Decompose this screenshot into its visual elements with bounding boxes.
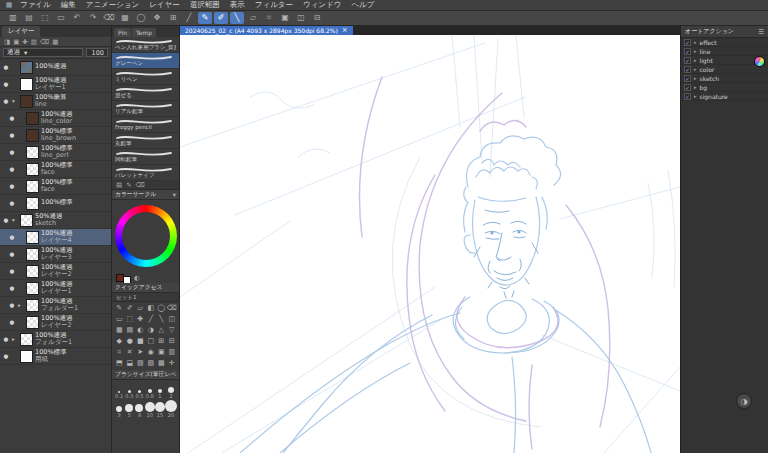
checkbox-checked-icon[interactable]: ✓ xyxy=(684,57,691,64)
tab-layers[interactable]: レイヤー xyxy=(2,26,40,37)
quick-access-set[interactable]: セット1 xyxy=(112,293,179,302)
quick-access-tool-icon[interactable]: ◧ xyxy=(146,303,157,314)
eye-icon[interactable]: ● xyxy=(8,319,16,325)
layer-thumbnail[interactable] xyxy=(26,282,39,295)
layer-row[interactable]: ● 100%標準 face xyxy=(0,178,111,195)
brush-size-item[interactable]: 20 xyxy=(165,400,177,419)
toolbar-icon[interactable]: ⌗ xyxy=(262,12,276,24)
brush-item[interactable]: ペン入れ兼用ブラシ_質感鉛筆 xyxy=(112,37,179,53)
layer-thumbnail[interactable] xyxy=(20,333,33,346)
layer-thumbnail[interactable] xyxy=(26,265,39,278)
menu-item[interactable]: 表示 xyxy=(225,0,250,10)
expand-arrow-icon[interactable]: ▸ xyxy=(694,84,697,90)
quick-access-tool-icon[interactable]: ✚ xyxy=(135,314,146,325)
eye-icon[interactable]: ● xyxy=(8,251,16,257)
layer-thumbnail[interactable] xyxy=(26,112,39,125)
brush-size-item[interactable]: 10 xyxy=(145,400,155,419)
toolbar-icon[interactable]: ⬚ xyxy=(38,12,52,24)
brush-size-item[interactable]: 15 xyxy=(155,400,165,419)
layer-thumbnail[interactable] xyxy=(26,316,39,329)
eye-icon[interactable]: ● xyxy=(8,268,16,274)
quick-access-tool-icon[interactable]: ⊞ xyxy=(156,336,167,347)
quick-access-tool-icon[interactable]: ▩ xyxy=(156,358,167,369)
eye-icon[interactable]: ● xyxy=(8,132,16,138)
eye-icon[interactable]: ● xyxy=(2,353,10,359)
eye-icon[interactable]: ● xyxy=(8,302,16,308)
layer-row[interactable]: ● 100%通過 レイヤー1 xyxy=(0,280,111,297)
quick-access-tool-icon[interactable]: ⬓ xyxy=(125,358,136,369)
layer-thumbnail[interactable] xyxy=(20,61,33,74)
quick-access-tool-icon[interactable]: ⌫ xyxy=(167,303,178,314)
subtool-footer-icon[interactable]: ▤ xyxy=(116,181,122,189)
auto-action-row[interactable]: ✓ ▸ color xyxy=(681,65,768,74)
toolbar-icon[interactable]: ✐ xyxy=(214,12,228,24)
layer-row[interactable]: ● ▸ 100%通過 フォルダー1 xyxy=(0,331,111,348)
expand-arrow-icon[interactable]: ▸ xyxy=(694,75,697,81)
layer-thumbnail[interactable] xyxy=(26,180,39,193)
quick-access-tool-icon[interactable]: ◑ xyxy=(146,325,157,336)
layer-row[interactable]: ● 100%標準 xyxy=(0,195,111,212)
toolbar-icon[interactable]: ▦ xyxy=(118,12,132,24)
layer-row[interactable]: ● 100%標準 line_brown xyxy=(0,127,111,144)
layer-row[interactable]: ● 100%通過 レイヤー2 xyxy=(0,314,111,331)
menu-item[interactable]: ヘルプ xyxy=(346,0,379,10)
toolbar-icon[interactable]: ◯ xyxy=(134,12,148,24)
quick-access-tool-icon[interactable]: ⬚ xyxy=(125,314,136,325)
brush-item[interactable]: グレーペン xyxy=(112,53,179,69)
quick-access-tool-icon[interactable]: ▭ xyxy=(114,314,125,325)
checkbox-checked-icon[interactable]: ✓ xyxy=(684,84,691,91)
checkbox-checked-icon[interactable]: ✓ xyxy=(684,93,691,100)
brush-item[interactable]: リアル鉛筆 xyxy=(112,101,179,117)
close-icon[interactable]: × xyxy=(342,27,348,34)
brush-size-item[interactable]: 0.1 xyxy=(114,381,124,400)
layer-thumbnail[interactable] xyxy=(26,129,39,142)
brush-size-item[interactable]: 0.5 xyxy=(134,381,144,400)
menu-item[interactable]: レイヤー xyxy=(144,0,185,10)
brush-item[interactable]: 回転鉛筆 xyxy=(112,149,179,165)
quick-access-tool-icon[interactable]: ⊟ xyxy=(167,336,178,347)
hue-ring[interactable] xyxy=(115,205,177,267)
brush-size-item[interactable]: 2 xyxy=(165,381,177,400)
brush-size-item[interactable]: 3 xyxy=(114,400,124,419)
layer-thumbnail[interactable] xyxy=(20,214,33,227)
auto-action-row[interactable]: ✓ ▸ bg xyxy=(681,83,768,92)
quick-access-tool-icon[interactable]: ╲ xyxy=(156,314,167,325)
layer-row[interactable]: ● 100%通過 レイヤー2 xyxy=(0,263,111,280)
eye-icon[interactable]: ● xyxy=(2,64,10,70)
quick-access-tool-icon[interactable]: ◫ xyxy=(167,314,178,325)
eye-icon[interactable]: ● xyxy=(8,183,16,189)
checkbox-checked-icon[interactable]: ✓ xyxy=(684,48,691,55)
layer-row[interactable]: ● 100%標準 face xyxy=(0,161,111,178)
quick-access-tool-icon[interactable]: ✐ xyxy=(125,303,136,314)
layer-row[interactable]: ● ▾ 50%通過 sketch xyxy=(0,212,111,229)
toolbar-icon[interactable]: ⊟ xyxy=(310,12,324,24)
document-tab[interactable]: 20240625_02_c (A4 4093 x 2894px 350dpi 6… xyxy=(180,26,353,35)
toolbar-icon[interactable]: ╲ xyxy=(230,12,244,24)
toolbar-icon[interactable]: ⊞ xyxy=(166,12,180,24)
layer-thumbnail[interactable] xyxy=(26,197,39,210)
subtool-footer-icon[interactable]: ✎ xyxy=(126,181,131,189)
layer-opacity-input[interactable]: 100 xyxy=(86,48,108,57)
layer-row[interactable]: ● 100%通過 xyxy=(0,59,111,76)
layer-row[interactable]: ● ▸ 100%通過 フォルダー1 xyxy=(0,297,111,314)
toolbar-icon[interactable]: ▤ xyxy=(22,12,36,24)
quick-access-tool-icon[interactable]: ◯ xyxy=(156,303,167,314)
color-cursor[interactable] xyxy=(138,242,143,247)
menu-item[interactable]: ファイル xyxy=(15,0,56,10)
floating-view-button[interactable]: ◑ xyxy=(736,393,752,409)
brush-size-item[interactable]: 5 xyxy=(124,400,134,419)
toolbar-icon[interactable]: ▭ xyxy=(54,12,68,24)
quick-access-tool-icon[interactable]: ▧ xyxy=(135,358,146,369)
layer-row[interactable]: ● ▾ 100%乗算 line xyxy=(0,93,111,110)
eye-icon[interactable]: ● xyxy=(2,81,10,87)
subtool-group-tab[interactable]: Pin xyxy=(114,28,131,37)
brush-item[interactable]: Froggy pencil xyxy=(112,117,179,133)
layer-row[interactable]: ● 100%通過 レイヤー3 xyxy=(0,246,111,263)
brush-size-item[interactable]: 0.3 xyxy=(124,381,134,400)
toolbar-icon[interactable]: ▱ xyxy=(246,12,260,24)
quick-access-tool-icon[interactable]: ⬒ xyxy=(114,358,125,369)
brush-size-item[interactable]: 0.8 xyxy=(145,381,155,400)
quick-access-tool-icon[interactable]: ▨ xyxy=(146,358,157,369)
auto-action-row[interactable]: ✓ ▸ signature xyxy=(681,92,768,101)
quick-access-tool-icon[interactable]: ▦ xyxy=(114,325,125,336)
